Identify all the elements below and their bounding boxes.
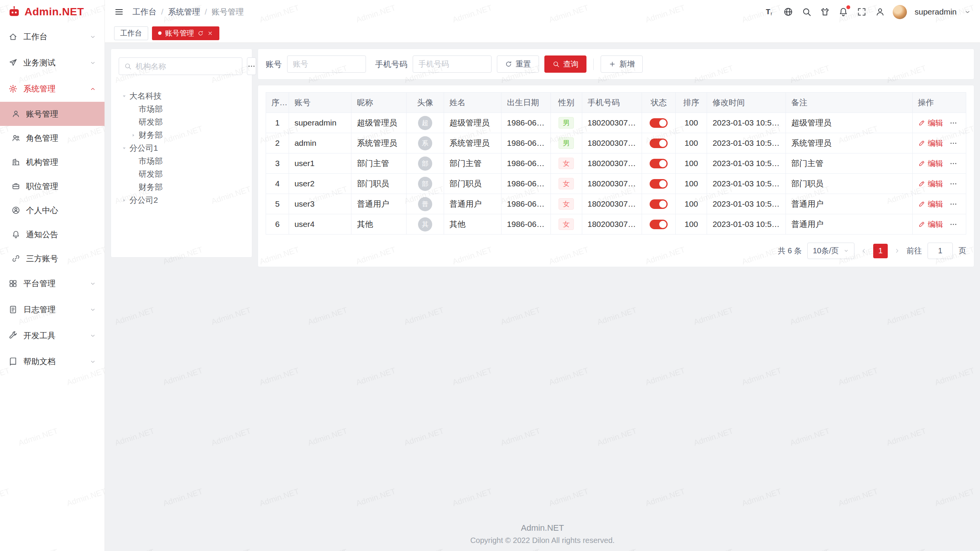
cell-gender: 男	[550, 113, 582, 133]
page-size-select[interactable]: 10条/页	[807, 243, 854, 259]
fullscreen-icon[interactable]	[857, 7, 867, 17]
search-button[interactable]: 查询	[544, 55, 586, 73]
edit-icon	[918, 221, 925, 228]
sidebar-item-position-management[interactable]: 职位管理	[0, 174, 105, 198]
next-page-button[interactable]	[893, 247, 901, 254]
cell-remark: 普通用户	[786, 214, 912, 235]
caret-right-icon[interactable]	[119, 198, 129, 203]
reset-label: 重置	[516, 59, 531, 69]
phone-input[interactable]	[413, 55, 492, 73]
org-search-input[interactable]	[136, 62, 237, 71]
cell-remark: 系统管理员	[786, 133, 912, 153]
sidebar-item-notice-announcement[interactable]: 通知公告	[0, 222, 105, 246]
caret-down-icon[interactable]	[119, 94, 129, 99]
breadcrumb-item[interactable]: 工作台	[132, 7, 157, 17]
edit-button[interactable]: 编辑	[918, 158, 943, 169]
sidebar-item-personal-center[interactable]: 个人中心	[0, 198, 105, 222]
cell-index: 6	[266, 214, 289, 235]
sidebar-item-business-test[interactable]: 业务测试	[0, 50, 105, 76]
cell-account: admin	[289, 133, 351, 153]
tree-node[interactable]: 市场部	[119, 103, 244, 116]
refresh-icon[interactable]	[198, 30, 204, 36]
link-icon	[11, 254, 20, 263]
more-actions-icon[interactable]	[949, 180, 957, 188]
table-header-row: 序号账号昵称头像姓名出生日期性别手机号码状态排序修改时间备注操作	[266, 93, 966, 113]
prev-page-button[interactable]	[860, 247, 867, 254]
edit-icon	[918, 201, 925, 208]
logo-icon	[8, 5, 21, 18]
cell-avatar: 部	[406, 153, 444, 174]
cell-phone: 18020030720	[582, 194, 642, 214]
more-actions-icon[interactable]	[949, 200, 957, 208]
more-actions-icon[interactable]	[949, 119, 957, 127]
sidebar-item-workbench[interactable]: 工作台	[0, 24, 105, 50]
tree-node[interactable]: 财务部	[119, 129, 244, 142]
cell-account: user1	[289, 153, 351, 174]
sidebar-item-dev-tools[interactable]: 开发工具	[0, 323, 105, 349]
tree-node[interactable]: 分公司2	[119, 194, 244, 207]
cell-status	[642, 153, 676, 174]
tree-more-button[interactable]	[247, 57, 256, 75]
sidebar-item-system-management[interactable]: 系统管理	[0, 76, 105, 102]
theme-icon[interactable]	[820, 7, 830, 17]
status-toggle[interactable]	[650, 179, 668, 189]
more-actions-icon[interactable]	[949, 220, 957, 228]
accounts-table: 序号账号昵称头像姓名出生日期性别手机号码状态排序修改时间备注操作1superad…	[266, 92, 966, 235]
page-number-button[interactable]: 1	[873, 244, 888, 258]
account-icon[interactable]	[875, 7, 885, 17]
reset-button[interactable]: 重置	[497, 55, 539, 73]
status-toggle[interactable]	[650, 220, 668, 229]
username[interactable]: superadmin	[915, 7, 957, 16]
sidebar-item-platform-management[interactable]: 平台管理	[0, 271, 105, 297]
user-avatar[interactable]	[893, 5, 907, 19]
status-toggle[interactable]	[650, 159, 668, 168]
search-icon[interactable]	[802, 7, 812, 17]
edit-button[interactable]: 编辑	[918, 118, 943, 128]
breadcrumb-item[interactable]: 系统管理	[168, 7, 200, 17]
content-area: 大名科技市场部研发部财务部分公司1市场部研发部财务部分公司2 账号 手机号码 重…	[105, 43, 980, 551]
sidebar-item-third-party-account[interactable]: 三方账号	[0, 246, 105, 271]
goto-page-input[interactable]	[928, 243, 953, 259]
chevron-down-icon	[90, 34, 96, 40]
tab-workbench[interactable]: 工作台	[114, 26, 148, 40]
chevron-down-icon	[90, 333, 96, 339]
app-logo[interactable]: Admin.NET	[0, 0, 105, 24]
tab-account-management[interactable]: 账号管理	[152, 26, 219, 40]
tree-node[interactable]: 财务部	[119, 181, 244, 194]
add-button[interactable]: 新增	[601, 55, 643, 73]
tree-node[interactable]: 研发部	[119, 116, 244, 129]
language-icon[interactable]	[783, 7, 793, 17]
notification-icon[interactable]	[838, 7, 848, 17]
toggle-knob	[659, 201, 666, 208]
sidebar-item-log-management[interactable]: 日志管理	[0, 297, 105, 323]
sidebar-item-account-management[interactable]: 账号管理	[0, 102, 105, 126]
sidebar-item-help-docs[interactable]: 帮助文档	[0, 349, 105, 375]
more-actions-icon[interactable]	[949, 139, 957, 147]
font-size-icon[interactable]: Tr	[765, 7, 775, 17]
status-toggle[interactable]	[650, 199, 668, 209]
caret-right-icon[interactable]	[128, 133, 139, 138]
column-header-index: 序号	[266, 93, 289, 113]
search-label: 查询	[563, 59, 578, 69]
more-actions-icon[interactable]	[949, 160, 957, 168]
sidebar-item-label: 机构管理	[26, 157, 58, 168]
edit-button[interactable]: 编辑	[918, 138, 943, 148]
collapse-menu-icon[interactable]	[114, 7, 124, 17]
tree-node[interactable]: 大名科技	[119, 90, 244, 103]
tree-node[interactable]: 研发部	[119, 168, 244, 181]
close-icon[interactable]	[207, 30, 213, 36]
status-toggle[interactable]	[650, 118, 668, 128]
edit-button[interactable]: 编辑	[918, 199, 943, 209]
sidebar-item-role-management[interactable]: 角色管理	[0, 126, 105, 150]
sidebar-item-org-management[interactable]: 机构管理	[0, 150, 105, 174]
tree-node[interactable]: 市场部	[119, 155, 244, 168]
cell-avatar: 普	[406, 194, 444, 214]
status-toggle[interactable]	[650, 139, 668, 148]
chevron-down-icon[interactable]	[964, 9, 971, 15]
edit-button[interactable]: 编辑	[918, 219, 943, 230]
edit-button[interactable]: 编辑	[918, 179, 943, 189]
caret-down-icon[interactable]	[119, 146, 129, 151]
header-right: Tr superadmin	[765, 5, 971, 19]
tree-node[interactable]: 分公司1	[119, 142, 244, 155]
account-input[interactable]	[287, 55, 366, 73]
